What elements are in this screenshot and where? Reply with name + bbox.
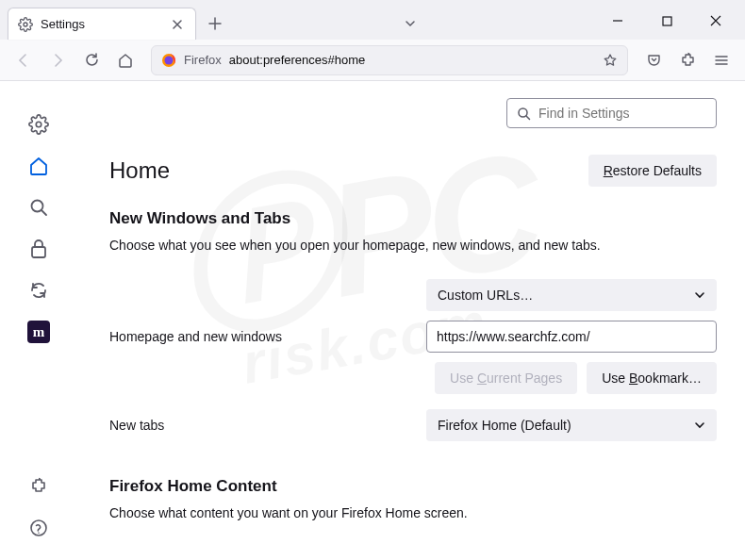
sidebar-privacy-icon[interactable]	[18, 228, 59, 270]
page-title: Home	[109, 157, 170, 184]
homepage-label: Homepage and new windows	[109, 329, 426, 344]
navigation-bar: Firefox about:preferences#home	[0, 40, 745, 81]
settings-sidebar: m	[0, 81, 77, 560]
sidebar-search-icon[interactable]	[18, 187, 59, 228]
section-heading-home-content: Firefox Home Content	[109, 477, 717, 496]
svg-point-0	[24, 23, 27, 26]
url-label: Firefox	[184, 53, 222, 67]
window-maximize-button[interactable]	[645, 6, 688, 36]
tab-title: Settings	[41, 17, 161, 31]
select-value: Custom URLs…	[438, 288, 533, 303]
pocket-button[interactable]	[639, 46, 668, 74]
select-value: Firefox Home (Default)	[438, 418, 571, 433]
section-desc-windows-tabs: Choose what you see when you open your h…	[109, 238, 717, 253]
gear-icon	[18, 17, 33, 32]
menu-button[interactable]	[707, 46, 736, 74]
back-button[interactable]	[9, 46, 38, 74]
home-button[interactable]	[111, 46, 140, 74]
homepage-mode-select[interactable]: Custom URLs…	[426, 279, 717, 311]
sidebar-more-icon[interactable]: m	[18, 311, 59, 353]
svg-point-3	[165, 56, 174, 64]
browser-tab[interactable]: Settings	[8, 8, 196, 40]
section-desc-home-content: Choose what content you want on your Fir…	[109, 505, 717, 520]
sidebar-extensions-icon[interactable]	[18, 466, 59, 507]
firefox-icon	[161, 53, 176, 68]
use-bookmark-button[interactable]: Use Bookmark…	[587, 362, 717, 394]
address-bar[interactable]: Firefox about:preferences#home	[151, 45, 628, 75]
homepage-url-input[interactable]	[426, 321, 717, 353]
forward-button[interactable]	[43, 46, 72, 74]
svg-rect-1	[663, 17, 671, 25]
sidebar-help-icon[interactable]	[18, 507, 59, 549]
svg-rect-6	[32, 247, 45, 257]
window-close-button[interactable]	[694, 6, 737, 36]
newtabs-select[interactable]: Firefox Home (Default)	[426, 409, 717, 441]
extensions-button[interactable]	[673, 46, 702, 74]
sidebar-general-icon[interactable]	[18, 104, 59, 145]
new-tab-button[interactable]	[202, 10, 228, 37]
use-current-pages-button[interactable]: Use Current Pages	[435, 362, 577, 394]
tabs-dropdown-button[interactable]	[397, 10, 423, 37]
newtabs-label: New tabs	[109, 418, 426, 433]
url-path: about:preferences#home	[229, 53, 366, 67]
close-icon[interactable]	[169, 16, 186, 33]
svg-point-4	[36, 122, 41, 127]
chevron-down-icon	[694, 289, 705, 301]
section-heading-windows-tabs: New Windows and Tabs	[109, 209, 717, 228]
restore-defaults-button[interactable]: Restore Defaults	[588, 155, 717, 187]
find-in-settings[interactable]	[506, 98, 717, 128]
sidebar-sync-icon[interactable]	[18, 270, 59, 311]
find-in-settings-input[interactable]	[538, 106, 706, 121]
chevron-down-icon	[694, 420, 705, 431]
window-minimize-button[interactable]	[596, 6, 639, 36]
sidebar-home-icon[interactable]	[18, 145, 59, 187]
reload-button[interactable]	[77, 46, 106, 74]
settings-main: Home Restore Defaults New Windows and Ta…	[77, 81, 745, 560]
tab-strip: Settings	[0, 0, 745, 40]
search-icon	[517, 107, 531, 121]
bookmark-star-icon[interactable]	[603, 53, 618, 68]
